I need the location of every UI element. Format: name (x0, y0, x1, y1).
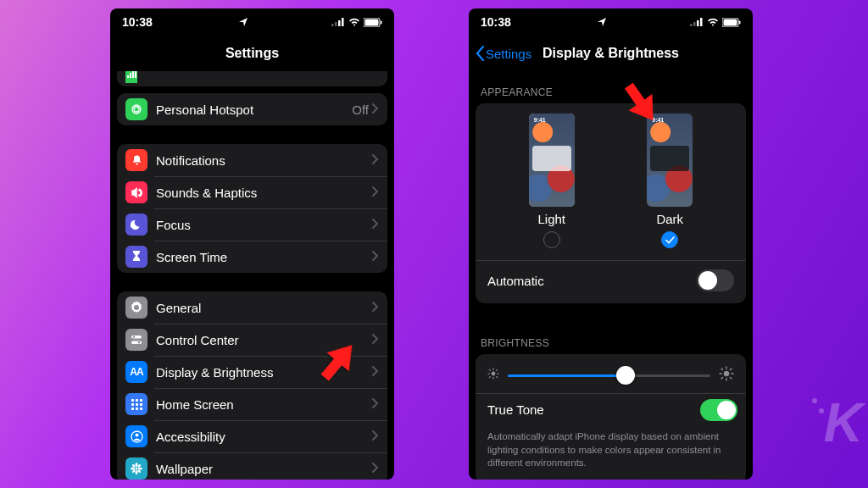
svg-point-9 (133, 336, 135, 338)
svg-point-26 (138, 468, 142, 470)
section-header-brightness: BRIGHTNESS (469, 322, 753, 354)
row-label: Focus (156, 218, 372, 232)
row-display-brightness[interactable]: AADisplay & Brightness (117, 356, 387, 388)
bell-icon (125, 149, 147, 171)
svg-line-52 (721, 369, 723, 370)
location-icon (239, 15, 248, 29)
svg-point-21 (135, 433, 138, 436)
svg-rect-11 (131, 399, 134, 402)
row-label: Home Screen (156, 397, 372, 412)
phone-display-brightness: 10:38 Settings Display & Brightness APPE… (469, 8, 753, 480)
row-personal-hotspot[interactable]: Personal Hotspot Off (117, 93, 387, 125)
theme-option-light[interactable]: 9:41 Light (529, 114, 575, 248)
aa-icon: AA (125, 361, 147, 383)
switches-icon (125, 329, 147, 351)
chevron-right-icon (372, 249, 379, 264)
svg-rect-34 (700, 18, 703, 26)
theme-label: Light (537, 212, 565, 226)
back-label: Settings (486, 47, 531, 61)
chevron-right-icon (372, 185, 379, 200)
svg-line-45 (489, 377, 490, 378)
chevron-right-icon (372, 396, 379, 412)
cellular-icon (125, 71, 137, 83)
true-tone-label: True Tone (487, 402, 700, 417)
radio-light[interactable] (543, 231, 560, 248)
svg-rect-13 (140, 399, 142, 402)
row-cellular-partial[interactable] (117, 71, 387, 86)
row-wallpaper[interactable]: Wallpaper (117, 452, 387, 480)
svg-line-46 (497, 369, 498, 370)
theme-thumb-dark: 9:41 (647, 114, 693, 207)
brightness-slider[interactable] (508, 374, 710, 377)
automatic-label: Automatic (487, 274, 544, 288)
svg-rect-7 (131, 336, 142, 339)
svg-rect-32 (693, 22, 696, 26)
wifi-icon (348, 18, 360, 26)
row-label: Display & Brightness (156, 365, 372, 380)
svg-rect-12 (136, 399, 138, 402)
nav-bar: Settings (110, 36, 394, 71)
svg-point-10 (138, 341, 140, 343)
row-control-center[interactable]: Control Center (117, 324, 387, 356)
page-title: Display & Brightness (542, 46, 679, 61)
svg-line-53 (730, 377, 732, 379)
true-tone-footnote: Automatically adapt iPhone display based… (476, 425, 746, 480)
theme-option-dark[interactable]: 9:41 Dark (647, 114, 693, 248)
grid-icon (125, 393, 147, 415)
chevron-right-icon (372, 461, 379, 476)
row-sounds-haptics[interactable]: Sounds & Haptics (117, 176, 387, 208)
row-label: Wallpaper (156, 462, 372, 476)
row-focus[interactable]: Focus (117, 208, 387, 241)
row-screen-time[interactable]: Screen Time (117, 241, 387, 273)
row-label: Personal Hotspot (156, 103, 352, 117)
theme-label: Dark (656, 212, 683, 226)
wifi-icon (707, 18, 719, 26)
signal-icon (690, 18, 704, 26)
page-title: Settings (225, 46, 279, 61)
moon-icon (125, 214, 147, 236)
flower-icon (125, 458, 147, 480)
svg-point-25 (131, 468, 135, 470)
row-general[interactable]: General (117, 291, 387, 324)
svg-rect-18 (136, 408, 138, 410)
svg-point-24 (136, 470, 138, 474)
svg-rect-2 (338, 20, 341, 26)
svg-rect-31 (690, 24, 693, 26)
svg-rect-16 (140, 403, 142, 406)
row-value: Off (352, 103, 369, 117)
signal-icon (331, 18, 345, 26)
radio-dark[interactable] (661, 231, 678, 248)
chevron-right-icon (372, 300, 379, 315)
row-notifications[interactable]: Notifications (117, 144, 387, 176)
svg-rect-17 (131, 408, 134, 410)
row-label: Accessibility (156, 430, 372, 444)
svg-rect-1 (335, 22, 337, 26)
row-label: Control Center (156, 333, 372, 347)
link-icon (125, 98, 147, 120)
svg-rect-5 (365, 19, 379, 25)
svg-rect-19 (140, 408, 142, 410)
row-label: Sounds & Haptics (156, 186, 372, 200)
sun-large-icon (719, 366, 734, 385)
section-header-appearance: APPEARANCE (469, 71, 753, 103)
automatic-toggle[interactable] (697, 269, 734, 291)
chevron-right-icon (372, 332, 379, 347)
svg-rect-15 (136, 403, 138, 406)
svg-point-22 (136, 468, 138, 470)
back-button[interactable]: Settings (476, 46, 531, 61)
row-accessibility[interactable]: Accessibility (117, 420, 387, 452)
svg-rect-8 (131, 341, 142, 345)
row-home-screen[interactable]: Home Screen (117, 388, 387, 420)
chevron-right-icon (372, 217, 379, 232)
gear-icon (125, 297, 147, 319)
chevron-right-icon (372, 102, 379, 117)
theme-thumb-light: 9:41 (529, 114, 575, 207)
chevron-right-icon (372, 152, 379, 168)
nav-bar: Settings Display & Brightness (469, 36, 753, 71)
battery-icon (364, 18, 382, 27)
svg-line-44 (497, 377, 498, 378)
true-tone-toggle[interactable] (700, 399, 737, 421)
svg-rect-33 (697, 20, 699, 26)
status-bar: 10:38 (469, 8, 753, 36)
svg-rect-0 (331, 24, 334, 26)
